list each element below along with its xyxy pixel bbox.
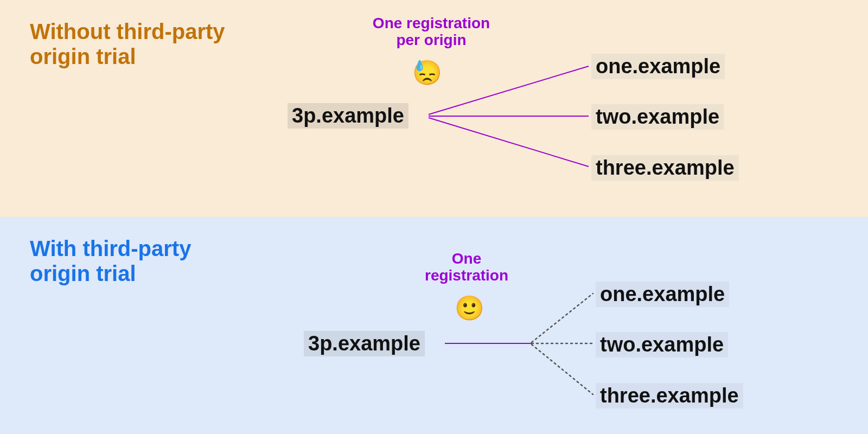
target-origin-1-top: one.example [591, 54, 725, 79]
smile-icon: 🙂 [455, 294, 484, 322]
source-origin-bottom: 3p.example [304, 331, 425, 356]
svg-line-6 [532, 344, 593, 394]
note-line1: One [452, 250, 481, 267]
note-line2: registration [425, 267, 508, 284]
target-origin-2-top: two.example [591, 104, 724, 130]
svg-line-2 [429, 118, 589, 167]
target-origin-1-bottom: one.example [596, 282, 729, 307]
source-origin-top: 3p.example [288, 103, 409, 129]
note-line1: One registration [373, 15, 490, 31]
title-line1: With third-party [30, 237, 191, 260]
title-line1: Without third-party [30, 20, 225, 43]
panel-with-trial: With third-party origin trial One regist… [0, 217, 868, 434]
target-origin-3-top: three.example [591, 155, 739, 181]
title-without: Without third-party origin trial [30, 19, 225, 69]
target-origin-3-bottom: three.example [596, 383, 743, 409]
note-line2: per origin [396, 31, 466, 48]
title-with: With third-party origin trial [30, 236, 191, 286]
svg-line-0 [429, 66, 589, 114]
svg-line-4 [532, 293, 593, 342]
panel-without-trial: Without third-party origin trial One reg… [0, 0, 868, 217]
title-line2: origin trial [30, 261, 136, 285]
note-multi-registration: One registration per origin [353, 15, 510, 49]
target-origin-2-bottom: two.example [596, 332, 728, 358]
title-line2: origin trial [30, 44, 136, 68]
note-single-registration: One registration [412, 251, 521, 284]
sad-sweat-icon: 😓 [412, 59, 442, 87]
